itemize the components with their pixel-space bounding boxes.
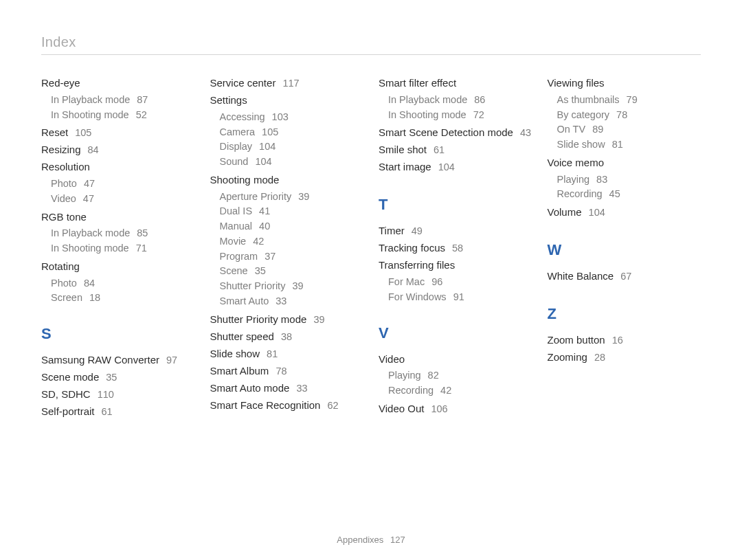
index-subentry[interactable]: On TV 89 <box>557 122 701 137</box>
index-subentry[interactable]: Aperture Priority 39 <box>220 190 364 205</box>
index-entry[interactable]: Smart Auto mode 33 <box>210 381 364 396</box>
index-entry[interactable]: Zoom button 16 <box>548 333 701 348</box>
index-entry[interactable]: Resizing 84 <box>41 142 195 157</box>
entry-label: Volume <box>548 206 582 218</box>
index-subentry[interactable]: Shutter Priority 39 <box>220 279 364 294</box>
index-entry[interactable]: Volume 104 <box>548 205 701 220</box>
index-entry[interactable]: Smart Album 78 <box>210 363 364 379</box>
index-entry[interactable]: Self-portrait 61 <box>41 404 195 419</box>
index-subentry[interactable]: Video 47 <box>51 192 195 207</box>
index-entry[interactable]: Video Out 106 <box>379 401 532 416</box>
subentry-label: Movie <box>220 236 247 247</box>
index-subentry[interactable]: Recording 45 <box>557 187 701 202</box>
index-entry[interactable]: Voice memo <box>548 155 701 170</box>
index-entry[interactable]: Transferring files <box>379 258 532 273</box>
index-entry[interactable]: Shutter Priority mode 39 <box>210 312 364 327</box>
subentry-page: 72 <box>471 109 484 120</box>
entry-label: Zoom button <box>548 334 605 346</box>
entry-label: Red-eye <box>41 77 80 89</box>
index-entry[interactable]: Service center 117 <box>210 76 364 91</box>
index-entry[interactable]: Viewing files <box>548 76 701 91</box>
subentry-page: 82 <box>425 370 439 381</box>
index-entry[interactable]: Slide show 81 <box>210 346 364 361</box>
index-entry[interactable]: Smile shot 61 <box>379 142 532 157</box>
index-entry[interactable]: Zooming 28 <box>548 350 701 365</box>
index-entry[interactable]: Shooting mode <box>210 172 364 188</box>
index-entry[interactable]: Samsung RAW Converter 97 <box>41 352 195 368</box>
index-subentry[interactable]: In Shooting mode 52 <box>51 108 195 123</box>
index-entry[interactable]: Start image 104 <box>379 159 532 175</box>
index-subentry[interactable]: Slide show 81 <box>557 137 701 153</box>
index-subentry[interactable]: Display 104 <box>220 139 364 155</box>
index-subentry[interactable]: Movie 42 <box>220 234 364 249</box>
index-entry[interactable]: RGB tone <box>41 210 195 225</box>
index-subentry[interactable]: In Shooting mode 72 <box>388 108 532 123</box>
index-subentry[interactable]: Smart Auto 33 <box>220 294 364 309</box>
index-entry[interactable]: Settings <box>210 93 364 108</box>
index-subentry[interactable]: Recording 42 <box>388 383 532 399</box>
index-subentry[interactable]: Screen 18 <box>51 291 195 306</box>
index-entry[interactable]: Rotating <box>41 259 195 274</box>
index-entry[interactable]: Red-eye <box>41 76 195 91</box>
subentry-label: Playing <box>388 370 421 381</box>
index-letter: S <box>41 325 195 343</box>
index-entry[interactable]: Smart Face Recognition 62 <box>210 398 364 413</box>
subentry-page: 104 <box>252 156 271 167</box>
index-subentry[interactable]: Photo 84 <box>51 276 195 291</box>
index-entry[interactable]: Smart filter effect <box>379 76 532 91</box>
spacer <box>379 305 532 317</box>
subentry-label: Shutter Priority <box>220 280 286 291</box>
index-entry[interactable]: White Balance 67 <box>548 269 701 284</box>
index-entry[interactable]: Video <box>379 352 532 367</box>
index-subentry[interactable]: Playing 83 <box>557 172 701 188</box>
entry-label: White Balance <box>548 270 614 282</box>
index-subentry[interactable]: Playing 82 <box>388 368 532 383</box>
index-subentry[interactable]: By category 78 <box>557 108 701 123</box>
subentry-label: Recording <box>557 188 603 199</box>
entry-label: Shutter Priority mode <box>210 313 307 325</box>
subentry-page: 33 <box>273 295 286 306</box>
index-entry[interactable]: Reset 105 <box>41 125 195 140</box>
index-subentry[interactable]: Program 37 <box>220 249 364 265</box>
subentry-page: 47 <box>81 178 95 189</box>
entry-page: 117 <box>280 78 299 89</box>
index-subentry[interactable]: Accessing 103 <box>220 110 364 125</box>
subentry-label: In Shooting mode <box>388 109 466 120</box>
index-subentry[interactable]: In Playback mode 85 <box>51 226 195 241</box>
subentry-page: 42 <box>438 385 451 396</box>
index-entry[interactable]: Resolution <box>41 159 195 175</box>
index-subentry[interactable]: For Mac 96 <box>388 275 532 290</box>
entry-page: 84 <box>85 144 99 155</box>
index-subentry[interactable]: Scene 35 <box>220 264 364 279</box>
index-subentry[interactable]: In Shooting mode 71 <box>51 241 195 256</box>
index-subentry[interactable]: For Windows 91 <box>388 290 532 305</box>
entry-page: 81 <box>264 348 278 359</box>
subentry-page: 39 <box>289 280 303 291</box>
index-subentry[interactable]: Photo 47 <box>51 177 195 192</box>
index-entry[interactable]: SD, SDHC 110 <box>41 387 195 402</box>
index-entry[interactable]: Smart Scene Detection mode 43 <box>379 125 532 140</box>
subentry-label: Recording <box>388 385 434 396</box>
entry-label: Smart Auto mode <box>210 382 290 394</box>
entry-page: 106 <box>428 403 447 414</box>
index-subentry[interactable]: As thumbnails 79 <box>557 93 701 108</box>
index-entry[interactable]: Tracking focus 58 <box>379 240 532 256</box>
index-column: Service center 117SettingsAccessing 103C… <box>210 76 364 421</box>
index-subentry[interactable]: In Playback mode 87 <box>51 93 195 108</box>
subentry-page: 85 <box>134 227 148 238</box>
index-subentry[interactable]: Dual IS 41 <box>220 204 364 219</box>
index-entry[interactable]: Scene mode 35 <box>41 370 195 385</box>
subentry-label: In Shooting mode <box>51 109 129 120</box>
entry-label: Viewing files <box>548 77 605 89</box>
entry-page: 67 <box>618 271 631 282</box>
index-subentry[interactable]: Camera 105 <box>220 125 364 140</box>
index-subentry[interactable]: Sound 104 <box>220 155 364 170</box>
entry-page: 97 <box>164 355 177 366</box>
subentry-page: 91 <box>451 291 464 302</box>
subentry-label: Manual <box>220 221 253 232</box>
index-entry[interactable]: Timer 49 <box>379 223 532 238</box>
index-entry[interactable]: Shutter speed 38 <box>210 329 364 344</box>
index-subentry[interactable]: Manual 40 <box>220 219 364 234</box>
subentry-page: 35 <box>252 265 266 276</box>
index-subentry[interactable]: In Playback mode 86 <box>388 93 532 108</box>
